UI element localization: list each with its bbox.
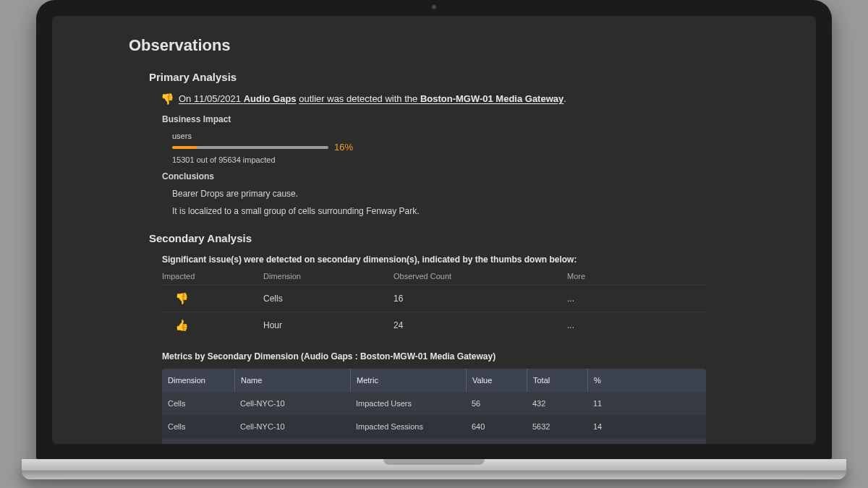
metrics-table: Dimension Name Metric Value Total % Cell… xyxy=(162,369,706,444)
m-col-name[interactable]: Name xyxy=(234,369,350,392)
impact-unit: users xyxy=(172,132,739,140)
metrics-row[interactable]: Cells Cell-NYC-10 Impacted Users 56 432 … xyxy=(162,392,706,415)
more-link[interactable]: ... xyxy=(567,294,706,304)
impact-bar xyxy=(172,146,328,149)
secondary-table: Impacted Dimension Observed Count More 👎… xyxy=(162,272,706,338)
sec-row[interactable]: 👍 Hour 24 ... xyxy=(162,312,706,338)
sec-col-dimension: Dimension xyxy=(263,272,393,281)
sec-col-impacted: Impacted xyxy=(162,272,263,281)
laptop-frame: Observations Primary Analysis 👎 On 11/05… xyxy=(36,0,832,460)
secondary-note: Significant issue(s) were detected on se… xyxy=(162,254,739,265)
primary-sentence: On 11/05/2021 Audio Gaps outlier was det… xyxy=(179,93,566,104)
business-impact-label: Business Impact xyxy=(162,114,739,124)
conclusion-line: Bearer Drops are primary cause. xyxy=(172,189,739,199)
conclusion-line: It is localized to a small group of cell… xyxy=(172,206,739,216)
app-screen: Observations Primary Analysis 👎 On 11/05… xyxy=(52,16,816,444)
m-col-total[interactable]: Total xyxy=(527,369,587,392)
conclusions-label: Conclusions xyxy=(162,171,739,181)
impact-block: users 16% 15301 out of 95634 impacted xyxy=(172,132,739,164)
sec-col-more: More xyxy=(567,272,706,281)
secondary-heading: Secondary Analysis xyxy=(149,232,739,244)
sec-row[interactable]: 👎 Cells 16 ... xyxy=(162,285,706,312)
page-title: Observations xyxy=(129,36,739,55)
m-col-metric[interactable]: Metric xyxy=(350,369,466,392)
content-scroll[interactable]: Observations Primary Analysis 👎 On 11/05… xyxy=(52,16,816,444)
impact-bar-fill xyxy=(172,146,197,149)
camera-dot xyxy=(433,5,436,9)
primary-heading: Primary Analysis xyxy=(149,71,739,83)
thumbs-up-icon: 👍 xyxy=(176,320,187,330)
sec-col-observed: Observed Count xyxy=(393,272,567,281)
metrics-row[interactable]: Cells Cell-NYC-04 Impacted Users 32 678 … xyxy=(162,438,706,444)
laptop-base xyxy=(22,459,846,479)
m-col-pct[interactable]: % xyxy=(587,369,631,392)
thumbs-down-icon: 👎 xyxy=(176,293,187,304)
m-col-value[interactable]: Value xyxy=(466,369,527,392)
more-link[interactable]: ... xyxy=(567,320,706,330)
metrics-heading: Metrics by Secondary Dimension (Audio Ga… xyxy=(162,351,739,361)
impact-percent: 16% xyxy=(334,142,353,153)
thumbs-down-icon: 👎 xyxy=(162,93,173,104)
metrics-row[interactable]: Cells Cell-NYC-10 Impacted Sessions 640 … xyxy=(162,415,706,438)
impact-caption: 15301 out of 95634 impacted xyxy=(172,155,739,164)
m-col-dimension[interactable]: Dimension xyxy=(162,369,234,392)
